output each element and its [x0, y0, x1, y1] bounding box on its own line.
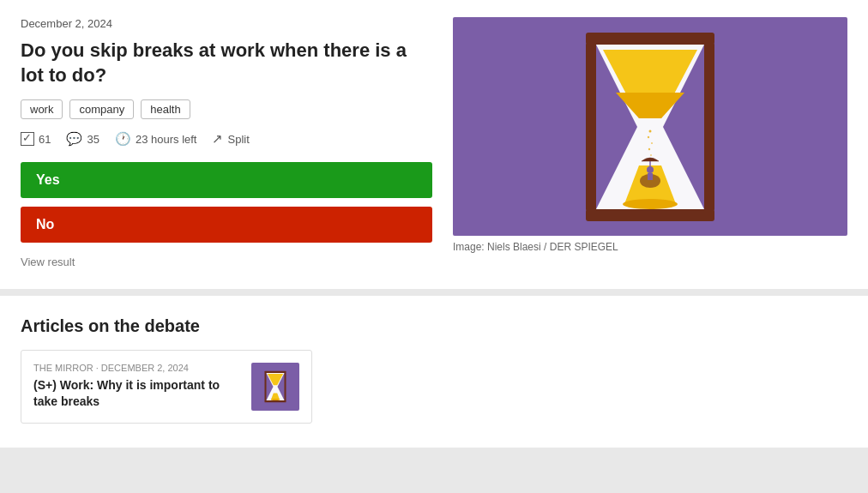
poll-right: Image: Niels Blaesi / DER SPIEGEL	[453, 17, 847, 268]
svg-rect-17	[285, 373, 286, 401]
svg-rect-0	[586, 33, 714, 45]
article-source: THE MIRROR · December 2, 2024	[33, 363, 239, 373]
comment-icon: 💬	[66, 131, 82, 147]
tag-company[interactable]: company	[69, 99, 134, 119]
time-stat: 🕐 23 hours left	[115, 131, 197, 147]
poll-tags: work company health	[21, 99, 432, 119]
clock-icon: 🕐	[115, 131, 131, 147]
time-left: 23 hours left	[136, 133, 197, 146]
svg-point-5	[649, 129, 652, 132]
articles-section: Articles on the debate THE MIRROR · Dece…	[0, 296, 868, 448]
svg-point-8	[648, 147, 650, 149]
svg-rect-16	[265, 373, 267, 401]
article-thumb-hourglass	[260, 370, 291, 404]
svg-rect-14	[265, 371, 286, 373]
svg-point-18	[271, 399, 280, 400]
svg-point-4	[623, 199, 678, 209]
comments-count: 35	[87, 133, 99, 146]
poll-left: December 2, 2024 Do you skip breaks at w…	[21, 17, 432, 268]
image-caption: Image: Niels Blaesi / DER SPIEGEL	[453, 241, 847, 253]
svg-rect-3	[704, 43, 714, 211]
tag-work[interactable]: work	[21, 99, 63, 119]
article-card-text: THE MIRROR · December 2, 2024 (S+) Work:…	[33, 363, 239, 410]
article-thumbnail	[251, 363, 299, 411]
no-button[interactable]: No	[21, 207, 432, 243]
poll-stats: 61 💬 35 🕐 23 hours left ↗ Split	[21, 131, 432, 147]
svg-rect-12	[648, 173, 653, 180]
svg-point-6	[648, 135, 649, 137]
split-icon: ↗	[212, 131, 223, 147]
poll-date: December 2, 2024	[21, 17, 432, 30]
article-headline: (S+) Work: Why it is important to take b…	[33, 377, 239, 410]
view-result-button[interactable]: View result	[21, 256, 75, 268]
poll-image	[453, 17, 847, 236]
split-stat[interactable]: ↗ Split	[212, 131, 249, 147]
votes-count: 61	[39, 133, 51, 146]
hourglass-svg	[560, 24, 740, 230]
svg-point-7	[651, 142, 653, 144]
checkmark-icon	[21, 132, 34, 146]
poll-buttons: Yes No	[21, 162, 432, 243]
articles-title: Articles on the debate	[21, 316, 847, 336]
split-label: Split	[227, 133, 249, 146]
poll-section: December 2, 2024 Do you skip breaks at w…	[0, 0, 868, 289]
article-card[interactable]: THE MIRROR · December 2, 2024 (S+) Work:…	[21, 350, 312, 424]
svg-point-9	[650, 154, 652, 156]
svg-rect-15	[265, 400, 286, 402]
poll-image-container: Image: Niels Blaesi / DER SPIEGEL	[453, 17, 847, 253]
poll-title: Do you skip breaks at work when there is…	[21, 39, 432, 87]
svg-rect-1	[586, 209, 714, 221]
tag-health[interactable]: health	[141, 99, 190, 119]
votes-stat: 61	[21, 132, 51, 146]
yes-button[interactable]: Yes	[21, 162, 432, 198]
svg-rect-2	[586, 43, 596, 211]
comments-stat: 💬 35	[66, 131, 99, 147]
